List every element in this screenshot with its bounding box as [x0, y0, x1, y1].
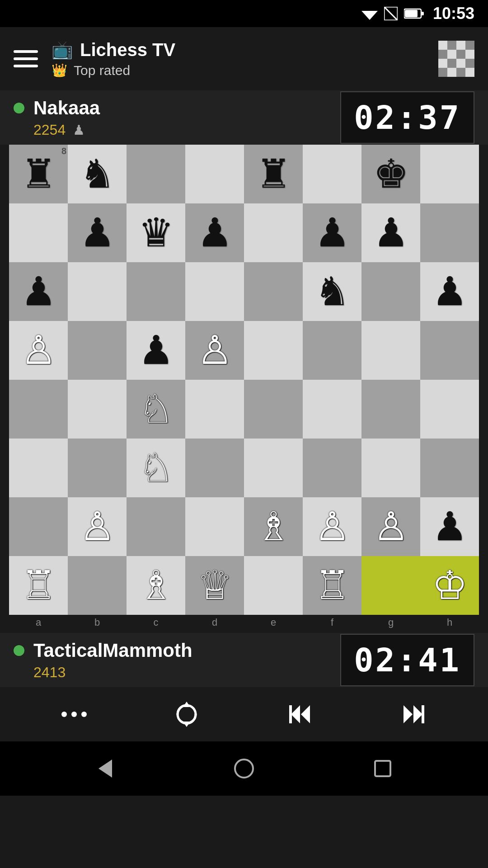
square-b1[interactable]	[68, 556, 127, 615]
svg-rect-4	[421, 12, 424, 15]
square-h3[interactable]	[420, 439, 479, 497]
square-f4[interactable]	[303, 380, 361, 439]
square-f8[interactable]	[303, 145, 361, 203]
square-c8[interactable]	[127, 145, 185, 203]
square-a5[interactable]: ♙	[9, 321, 68, 380]
square-b7[interactable]: ♟	[68, 203, 127, 262]
square-d6[interactable]	[185, 262, 244, 321]
square-d8[interactable]	[185, 145, 244, 203]
square-e6[interactable]	[244, 262, 303, 321]
top-player-rating-row: 2254 ♟	[14, 122, 100, 138]
square-d4[interactable]	[185, 380, 244, 439]
back-icon	[94, 757, 117, 780]
square-h2[interactable]: ♟	[420, 497, 479, 556]
home-button[interactable]	[219, 751, 269, 786]
bottom-player-rating-row: 2413	[14, 664, 192, 681]
file-c: c	[127, 615, 185, 630]
svg-rect-5	[405, 10, 418, 17]
bottom-player-name-row: TacticalMammoth	[14, 640, 192, 661]
square-f5[interactable]	[303, 321, 361, 380]
square-e7[interactable]	[244, 203, 303, 262]
svg-marker-0	[361, 11, 378, 20]
square-a1[interactable]: ♖	[9, 556, 68, 615]
square-f3[interactable]	[303, 439, 361, 497]
rewind-button[interactable]	[273, 694, 327, 734]
square-e4[interactable]	[244, 380, 303, 439]
square-c1[interactable]: ♗	[127, 556, 185, 615]
square-e1[interactable]	[244, 556, 303, 615]
file-a: a	[9, 615, 68, 630]
app-title-block: 📺 Lichess TV 👑 Top rated	[52, 40, 425, 78]
square-d2[interactable]	[185, 497, 244, 556]
square-f6[interactable]: ♞	[303, 262, 361, 321]
square-a6[interactable]: ♟	[9, 262, 68, 321]
square-b3[interactable]	[68, 439, 127, 497]
square-d3[interactable]	[185, 439, 244, 497]
square-g5[interactable]	[361, 321, 420, 380]
square-a3[interactable]	[9, 439, 68, 497]
square-h6[interactable]: ♟	[420, 262, 479, 321]
square-a4[interactable]	[9, 380, 68, 439]
svg-marker-9	[301, 705, 310, 723]
top-player-piece-icon: ♟	[73, 122, 85, 138]
square-d1[interactable]: ♕	[185, 556, 244, 615]
square-c7[interactable]: ♛	[127, 203, 185, 262]
refresh-button[interactable]	[160, 694, 214, 734]
square-h4[interactable]	[420, 380, 479, 439]
square-e2[interactable]: ♗	[244, 497, 303, 556]
square-b8[interactable]: ♞	[68, 145, 127, 203]
more-options-button[interactable]	[48, 705, 100, 723]
square-b6[interactable]	[68, 262, 127, 321]
chess-board: 8 ♜ ♞ ♜ ♚ ♟ ♛ ♟ ♟ ♟	[9, 145, 479, 615]
square-g2[interactable]: ♙	[361, 497, 420, 556]
crown-icon: 👑	[52, 63, 67, 78]
hamburger-menu[interactable]	[14, 50, 38, 67]
back-button[interactable]	[80, 751, 130, 786]
fast-forward-button[interactable]	[386, 694, 441, 734]
square-g1[interactable]	[361, 556, 420, 615]
square-c3[interactable]: ♘	[127, 439, 185, 497]
square-c4[interactable]: ♘	[127, 380, 185, 439]
square-c2[interactable]	[127, 497, 185, 556]
file-g: g	[361, 615, 420, 630]
square-f1[interactable]: ♖	[303, 556, 361, 615]
square-b4[interactable]	[68, 380, 127, 439]
file-e: e	[244, 615, 303, 630]
square-c5[interactable]: ♟	[127, 321, 185, 380]
square-g8[interactable]: ♚	[361, 145, 420, 203]
svg-rect-10	[289, 705, 292, 723]
subtitle-text: Top rated	[74, 63, 130, 78]
chessboard-icon[interactable]	[438, 41, 474, 77]
square-e8[interactable]: ♜	[244, 145, 303, 203]
recents-button[interactable]	[358, 751, 408, 786]
nav-bar	[0, 741, 488, 796]
square-h1[interactable]: ♔	[420, 556, 479, 615]
square-e3[interactable]	[244, 439, 303, 497]
square-b2[interactable]: ♙	[68, 497, 127, 556]
top-player-left: Nakaaa 2254 ♟	[14, 97, 100, 138]
square-e5[interactable]	[244, 321, 303, 380]
square-a2[interactable]	[9, 497, 68, 556]
square-d7[interactable]: ♟	[185, 203, 244, 262]
square-h5[interactable]	[420, 321, 479, 380]
square-g7[interactable]: ♟	[361, 203, 420, 262]
top-player-info: Nakaaa 2254 ♟ 02:37	[0, 90, 488, 145]
square-f7[interactable]: ♟	[303, 203, 361, 262]
square-c6[interactable]	[127, 262, 185, 321]
square-g4[interactable]	[361, 380, 420, 439]
refresh-icon	[173, 701, 200, 728]
home-icon	[233, 757, 255, 780]
bottom-player-left: TacticalMammoth 2413	[14, 640, 192, 681]
square-g6[interactable]	[361, 262, 420, 321]
chess-board-container: 8 ♜ ♞ ♜ ♚ ♟ ♛ ♟ ♟ ♟	[0, 145, 488, 633]
subtitle: 👑 Top rated	[52, 63, 425, 78]
square-b5[interactable]	[68, 321, 127, 380]
square-a8[interactable]: 8 ♜	[9, 145, 68, 203]
square-h7[interactable]	[420, 203, 479, 262]
square-g3[interactable]	[361, 439, 420, 497]
square-h8[interactable]	[420, 145, 479, 203]
square-f2[interactable]: ♙	[303, 497, 361, 556]
square-a7[interactable]	[9, 203, 68, 262]
square-d5[interactable]: ♙	[185, 321, 244, 380]
file-f: f	[303, 615, 361, 630]
